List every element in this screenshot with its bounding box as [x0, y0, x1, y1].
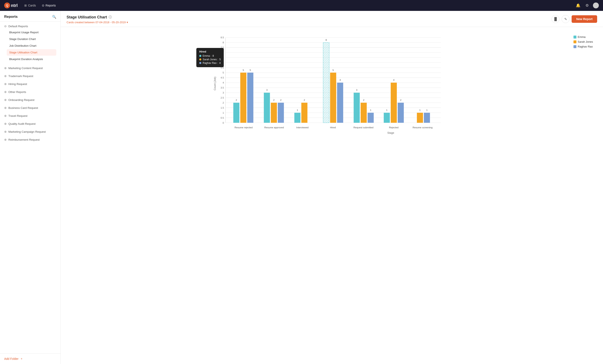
svg-text:6: 6 [223, 61, 224, 64]
svg-text:2: 2 [223, 102, 224, 104]
svg-text:Resume approved: Resume approved [264, 126, 284, 129]
svg-text:1: 1 [426, 109, 427, 111]
folder-other-header[interactable]: ⊕ Other Reports [4, 89, 56, 94]
bar-resume-screening-sarah [417, 113, 423, 123]
bar-chart-icon: ▐▌ [553, 17, 558, 21]
sidebar-item-stage-utilisation[interactable]: Stage Utilisation Chart [7, 49, 56, 56]
chart-container: Count (Job) 0 0.5 1 1.5 [61, 27, 603, 364]
folder-onboarding-header[interactable]: ⊕ Onboarding Request [4, 97, 56, 102]
svg-text:5: 5 [333, 69, 334, 71]
legend-item-raghav: Raghav Rao [573, 45, 593, 48]
sidebar-search-icon[interactable]: 🔍 [52, 15, 56, 19]
bar-interviewed-emma [294, 113, 300, 123]
folder-marketing-campaign-header[interactable]: ⊕ Marketing Campaign Request [4, 129, 56, 134]
sidebar-item-stage-duration[interactable]: Stage Duration Chart [7, 36, 56, 42]
folder-default-reports-label: Default Reports [8, 25, 28, 28]
svg-text:3: 3 [223, 92, 224, 94]
folder-hiring-header[interactable]: ⊕ Hiring Request [4, 82, 56, 86]
chart-title-text: Stage Utilisation Chart [67, 15, 107, 20]
svg-text:Hired: Hired [330, 126, 336, 129]
legend-color-sarah [573, 40, 576, 43]
sidebar-item-blueprint-duration[interactable]: Blueprint Duration Analysis [7, 56, 56, 62]
chart-subtitle-text: Cards created between 07-04-2018 - 05-20… [67, 21, 126, 24]
chart-legend: Emma Sarah Jones Raghav Rao [573, 35, 593, 48]
svg-text:Resume screening: Resume screening [413, 126, 432, 129]
settings-button[interactable]: ⚙ [585, 2, 590, 9]
svg-text:Request submitted: Request submitted [354, 126, 373, 129]
folder-other: ⊕ Other Reports [0, 87, 60, 95]
nav-reports[interactable]: ⊙ Reports [42, 3, 56, 8]
header-actions: ▐▌ ✎ New Report [552, 15, 597, 23]
sidebar-content: ⊖ Default Reports Blueprint Usage Report… [0, 22, 60, 353]
svg-text:1: 1 [223, 112, 224, 114]
folder-reimbursement-label: Reimbursement Request [8, 138, 40, 141]
bar-request-submitted-emma [354, 93, 360, 123]
folder-business-card: ⊕ Business Card Request [0, 103, 60, 111]
sidebar: Reports 🔍 ⊖ Default Reports Blueprint Us… [0, 11, 61, 364]
folder-reimbursement-header[interactable]: ⊕ Reimbursement Request [4, 137, 56, 142]
user-avatar[interactable] [593, 2, 599, 8]
cards-icon: ⊞ [24, 4, 27, 7]
bar-hired-emma[interactable] [323, 43, 329, 123]
folder-marketing-content-label: Marketing Content Request [8, 67, 43, 70]
svg-text:3: 3 [266, 89, 267, 91]
chart-subtitle[interactable]: Cards created between 07-04-2018 - 05-20… [67, 21, 128, 24]
folder-business-card-header[interactable]: ⊕ Business Card Request [4, 105, 56, 110]
bar-hired-raghav [337, 83, 343, 123]
svg-text:Resume rejected: Resume rejected [234, 126, 252, 129]
svg-text:5: 5 [250, 69, 251, 71]
svg-text:6.5: 6.5 [220, 56, 224, 59]
svg-text:8.5: 8.5 [220, 36, 224, 39]
edit-button[interactable]: ✎ [562, 15, 569, 23]
svg-text:5.5: 5.5 [220, 66, 224, 69]
sidebar-item-blueprint-usage[interactable]: Blueprint Usage Report [7, 29, 56, 35]
folder-trademark-label: Trademark Request [8, 74, 33, 78]
svg-text:2: 2 [236, 99, 237, 101]
svg-text:1: 1 [297, 109, 298, 111]
svg-text:Count (Job): Count (Job) [213, 77, 216, 90]
nav-actions: 🔔 ⚙ [575, 2, 599, 9]
svg-text:2: 2 [304, 99, 305, 101]
svg-text:1.5: 1.5 [220, 106, 224, 109]
sidebar-title: Reports [4, 15, 18, 19]
bar-resume-rejected-raghav [247, 73, 253, 123]
notification-button[interactable]: 🔔 [575, 2, 581, 9]
svg-text:1: 1 [419, 109, 420, 111]
legend-item-sarah: Sarah Jones [573, 40, 593, 43]
bar-chart-icon-button[interactable]: ▐▌ [552, 15, 559, 23]
add-folder-button[interactable]: Add Folder ＋ [4, 357, 23, 361]
folder-expand-icon-re: ⊕ [4, 138, 7, 141]
chart-svg: Count (Job) 0 0.5 1 1.5 [67, 31, 597, 136]
folder-quality-audit-header[interactable]: ⊕ Quality Audit Request [4, 121, 56, 126]
svg-text:5: 5 [243, 69, 244, 71]
legend-label-raghav: Raghav Rao [578, 45, 593, 48]
svg-text:3.5: 3.5 [220, 86, 224, 89]
main-content: Stage Utilisation Chart ⓘ Cards created … [61, 11, 603, 364]
folder-business-card-label: Business Card Request [8, 106, 38, 109]
svg-text:0: 0 [223, 122, 224, 124]
help-icon[interactable]: ⓘ [109, 15, 112, 19]
svg-text:4.5: 4.5 [220, 76, 224, 79]
folder-hiring: ⊕ Hiring Request [0, 79, 60, 87]
folder-default-reports: ⊖ Default Reports Blueprint Usage Report… [0, 22, 60, 63]
bar-resume-rejected-emma [233, 103, 239, 123]
folder-expand-icon-mcamp: ⊕ [4, 130, 7, 133]
folder-expand-icon-ot: ⊕ [4, 90, 7, 94]
logo[interactable]: Q ntrl [4, 2, 18, 8]
folder-marketing-content-header[interactable]: ⊕ Marketing Content Request [4, 66, 56, 70]
folder-onboarding-label: Onboarding Request [8, 98, 35, 102]
folder-trademark-header[interactable]: ⊕ Trademark Request [4, 73, 56, 79]
new-report-button[interactable]: New Report [572, 15, 597, 23]
svg-text:0.5: 0.5 [220, 117, 224, 119]
legend-label-sarah: Sarah Jones [578, 40, 593, 43]
legend-item-emma: Emma [573, 35, 593, 38]
svg-text:1: 1 [386, 109, 387, 111]
nav-cards[interactable]: ⊞ Cards [24, 3, 36, 8]
sidebar-item-job-distribution[interactable]: Job Distribution Chart [7, 43, 56, 49]
folder-default-reports-header[interactable]: ⊖ Default Reports [4, 24, 56, 29]
svg-text:3: 3 [356, 89, 357, 91]
svg-text:Rejected: Rejected [389, 126, 398, 129]
svg-text:2: 2 [400, 99, 401, 101]
bar-request-submitted-raghav [368, 113, 374, 123]
folder-travel-header[interactable]: ⊕ Travel Request [4, 113, 56, 118]
